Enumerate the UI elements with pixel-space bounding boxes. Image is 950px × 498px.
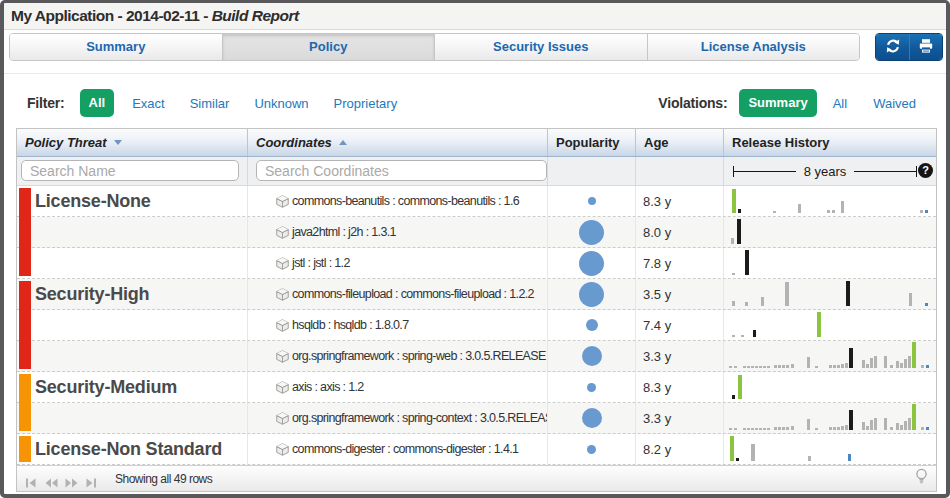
package-icon — [276, 319, 289, 332]
release-history-bar — [837, 365, 840, 368]
tab-security-issues[interactable]: Security Issues — [435, 34, 648, 60]
table-row[interactable]: License-Non Standardcommons-digester : c… — [17, 434, 936, 465]
prev-page-icon[interactable] — [45, 474, 57, 484]
age-cell: 8.0 y — [636, 217, 724, 247]
filter-unknown-link[interactable]: Unknown — [254, 96, 308, 111]
age-cell: 7.8 y — [636, 248, 724, 278]
release-history-bar — [743, 366, 746, 368]
threat-level-bar — [19, 188, 31, 276]
coordinates-cell[interactable]: axis : axis : 1.2 — [248, 372, 548, 402]
table-row[interactable]: java2html : j2h : 1.3.18.0 y — [17, 217, 936, 248]
package-icon — [276, 226, 289, 239]
column-header-popularity[interactable]: Popularity — [548, 129, 636, 156]
popularity-cell — [548, 403, 636, 433]
release-history-bar — [921, 365, 924, 368]
tab-license-analysis[interactable]: License Analysis — [648, 34, 860, 60]
app-window: My Application - 2014-02-11 - Build Repo… — [0, 0, 950, 498]
release-history-bar — [848, 454, 851, 461]
tab-group: Summary Policy Security Issues License A… — [9, 33, 860, 61]
table-row[interactable]: jstl : jstl : 1.27.8 y — [17, 248, 936, 279]
release-history-cell — [724, 186, 936, 216]
lightbulb-icon[interactable] — [915, 468, 928, 489]
search-coordinates-input[interactable] — [256, 160, 547, 181]
age-cell: 8.3 y — [636, 186, 724, 216]
toolbar-actions — [875, 33, 943, 61]
release-history-bar — [745, 250, 749, 275]
table-row[interactable]: org.springframework : spring-context : 3… — [17, 403, 936, 434]
column-header-policy-threat[interactable]: Policy Threat — [17, 129, 248, 156]
release-history-bar — [884, 418, 887, 430]
filter-all-button[interactable]: All — [80, 89, 115, 117]
filter-similar-link[interactable]: Similar — [190, 96, 230, 111]
coordinates-cell[interactable]: java2html : j2h : 1.3.1 — [248, 217, 548, 247]
grid-header: Policy Threat Coordinates Popularity Age… — [17, 129, 936, 157]
coordinates-cell[interactable]: commons-fileupload : commons-fileupload … — [248, 279, 548, 309]
coordinates-cell[interactable]: org.springframework : spring-context : 3… — [248, 403, 548, 433]
coordinates-cell[interactable]: commons-beanutils : commons-beanutils : … — [248, 186, 548, 216]
coordinates-text: java2html : j2h : 1.3.1 — [292, 225, 396, 239]
last-page-icon[interactable] — [85, 474, 97, 484]
age-cell: 3.3 y — [636, 403, 724, 433]
release-history-bar — [807, 419, 810, 430]
violations-summary-button[interactable]: Summary — [739, 89, 816, 117]
release-history-bar — [761, 297, 764, 306]
policy-threat-cell: Security-High — [17, 279, 248, 309]
table-row[interactable]: org.springframework : spring-web : 3.0.5… — [17, 341, 936, 372]
release-history-bar — [786, 365, 789, 368]
filter-exact-link[interactable]: Exact — [132, 96, 165, 111]
release-history-bar — [900, 363, 903, 368]
column-header-release-history[interactable]: Release History — [724, 129, 936, 156]
popularity-cell — [548, 217, 636, 247]
release-history-bar — [815, 366, 818, 368]
release-history-bar — [747, 366, 750, 368]
report-title-main: My Application - 2014-02-11 - — [11, 7, 208, 24]
print-button[interactable] — [909, 34, 942, 60]
grid-filter-row: 8 years ? — [17, 157, 936, 186]
release-history-bar — [874, 356, 877, 368]
tab-summary[interactable]: Summary — [10, 34, 223, 60]
coordinates-cell[interactable]: hsqldb : hsqldb : 1.8.0.7 — [248, 310, 548, 340]
report-title-italic: Build Report — [212, 7, 299, 24]
column-header-age[interactable]: Age — [636, 129, 724, 156]
release-history-bar — [926, 427, 929, 430]
column-header-coordinates[interactable]: Coordinates — [248, 129, 548, 156]
table-row[interactable]: Security-Mediumaxis : axis : 1.28.3 y — [17, 372, 936, 403]
table-row[interactable]: hsqldb : hsqldb : 1.8.0.77.4 y — [17, 310, 936, 341]
coordinates-cell[interactable]: org.springframework : spring-web : 3.0.5… — [248, 341, 548, 371]
violations-waived-link[interactable]: Waived — [873, 96, 916, 111]
popularity-cell — [548, 341, 636, 371]
release-history-bar — [925, 303, 928, 306]
coordinates-text: commons-digester : commons-digester : 1.… — [292, 442, 518, 456]
scale-label: 8 years — [796, 164, 855, 179]
release-history-bar — [736, 458, 739, 461]
coordinates-cell[interactable]: commons-digester : commons-digester : 1.… — [248, 434, 548, 464]
coordinates-text: hsqldb : hsqldb : 1.8.0.7 — [292, 318, 408, 332]
release-history-bar — [731, 238, 734, 244]
filter-toolbar: Filter: All Exact Similar Unknown Propri… — [4, 74, 946, 128]
coordinates-cell[interactable]: jstl : jstl : 1.2 — [248, 248, 548, 278]
release-history-bar — [767, 428, 770, 430]
help-icon[interactable]: ? — [918, 163, 933, 178]
filter-proprietary-link[interactable]: Proprietary — [334, 96, 398, 111]
refresh-button[interactable] — [876, 34, 909, 60]
next-page-icon[interactable] — [65, 474, 77, 484]
release-history-bar — [862, 360, 865, 368]
popularity-dot — [586, 319, 598, 331]
popularity-dot — [588, 197, 596, 205]
release-history-bar — [837, 427, 840, 430]
release-history-bar — [741, 335, 744, 337]
table-row[interactable]: Security-Highcommons-fileupload : common… — [17, 279, 936, 310]
release-history-bar — [732, 301, 735, 306]
release-history-bar — [849, 410, 853, 430]
table-row[interactable]: License-Nonecommons-beanutils : commons-… — [17, 186, 936, 217]
release-history-bar — [732, 189, 736, 213]
release-history-bar — [778, 427, 781, 430]
first-page-icon[interactable] — [25, 474, 37, 484]
tab-policy[interactable]: Policy — [223, 34, 436, 60]
violations-all-link[interactable]: All — [833, 96, 847, 111]
release-history-bar — [732, 395, 735, 399]
search-name-input[interactable] — [21, 160, 239, 181]
popularity-cell — [548, 372, 636, 402]
package-icon — [276, 288, 289, 301]
popularity-dot — [587, 445, 596, 454]
